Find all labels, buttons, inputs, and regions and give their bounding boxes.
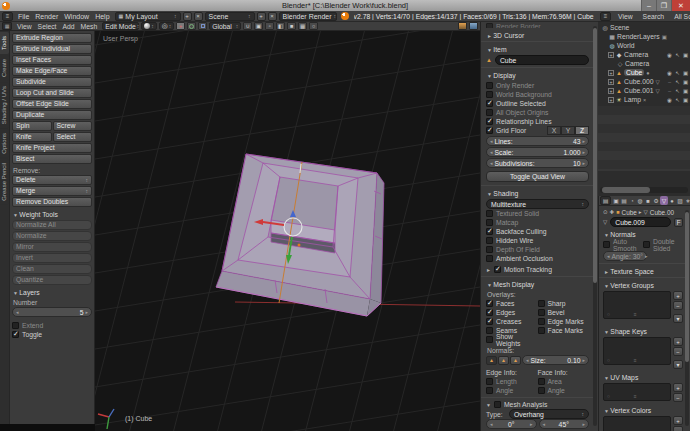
item-panel-header[interactable]: Item (487, 46, 589, 53)
outliner-row[interactable]: Cube.001 ▽ (598, 86, 690, 95)
add-item-button[interactable]: + (673, 337, 683, 346)
checkbox[interactable] (486, 378, 493, 385)
manipulator-scale-button[interactable] (198, 22, 207, 30)
delete-layout-button[interactable]: × (194, 12, 203, 21)
tool-button[interactable]: Subdivide (12, 77, 92, 87)
axis-toggle-button[interactable]: Y (561, 126, 575, 135)
display-option-row[interactable]: World Background (486, 90, 589, 99)
toggle-checkbox[interactable] (12, 331, 19, 338)
renderable-icon[interactable] (682, 97, 689, 103)
outliner-row[interactable]: RenderLayers ▣ (598, 32, 690, 41)
extend-checkbox[interactable] (12, 322, 19, 329)
shading-option-row[interactable]: Backface Culling (486, 227, 589, 236)
properties-tab[interactable]: ▽ (660, 196, 668, 205)
checkbox[interactable] (486, 228, 493, 235)
opengl-render-anim-button[interactable] (469, 22, 478, 30)
render-engine-selector[interactable]: Blender Render ↕ (279, 12, 337, 21)
checkbox[interactable] (538, 378, 545, 385)
mesh-display-panel-header[interactable]: Mesh Display (487, 281, 589, 288)
checkbox[interactable] (538, 327, 545, 334)
properties-tab[interactable]: ● (668, 196, 676, 205)
list-panel-header[interactable]: Shape Keys (604, 328, 683, 335)
slider-left-icon[interactable]: ◂ (490, 160, 493, 166)
tool-button[interactable]: Knife (12, 132, 52, 142)
toggle-quad-view-button[interactable]: Toggle Quad View (486, 171, 589, 182)
display-option-row[interactable]: Only Render (486, 81, 589, 90)
menu-item[interactable]: File (15, 13, 32, 20)
pin-icon[interactable]: ⊙ (603, 209, 608, 215)
viewport-menu-item[interactable]: Add (60, 23, 78, 30)
edge-select-mode-icon[interactable]: ◧ (276, 22, 285, 30)
viewport-3d[interactable]: User Persp (1) Cube (95, 31, 480, 431)
checkbox[interactable] (486, 318, 493, 325)
collapse-icon[interactable]: ▼ (486, 402, 491, 408)
mesh-object[interactable] (216, 154, 384, 316)
slider-right-icon[interactable]: ▸ (582, 357, 585, 363)
add-layout-button[interactable]: + (183, 12, 192, 21)
snap-magnet-icon[interactable]: ∪ (243, 22, 252, 30)
shading-mode-dropdown[interactable]: Multitexture ↕ (486, 199, 589, 209)
weight-tool-button[interactable]: Clean (12, 264, 92, 274)
list-panel-header[interactable]: Vertex Groups (604, 282, 683, 289)
checkbox[interactable] (538, 318, 545, 325)
slider-left-icon[interactable]: ◂ (607, 253, 610, 259)
double-sided-checkbox[interactable] (643, 241, 650, 248)
properties-tab[interactable]: ▨ (676, 196, 684, 205)
selectable-icon[interactable] (674, 88, 681, 94)
expand-icon[interactable] (608, 88, 614, 94)
checkbox[interactable] (538, 300, 545, 307)
analysis-min-slider[interactable]: ◂0°▸ (486, 419, 537, 429)
minimize-button[interactable]: – (641, 0, 656, 11)
axis-toggle-button[interactable]: X (547, 126, 561, 135)
fake-user-button[interactable]: F (674, 218, 683, 227)
selectable-icon[interactable] (674, 52, 681, 58)
slider-right-icon[interactable]: ▸ (645, 253, 648, 259)
hide-icon[interactable] (666, 52, 673, 58)
expand-icon[interactable] (608, 97, 614, 103)
render-border-checkbox[interactable] (486, 23, 493, 28)
grid-floor-row[interactable]: Grid Floor XYZ (486, 126, 589, 135)
object-name[interactable]: RenderLayers (617, 33, 660, 40)
checkbox[interactable] (486, 210, 493, 217)
checkbox[interactable] (486, 237, 493, 244)
list-panel-header[interactable]: UV Maps (604, 374, 683, 381)
display-panel-header[interactable]: Display (487, 72, 589, 79)
object-name[interactable]: World (617, 42, 635, 49)
properties-tab[interactable]: ■ (644, 196, 652, 205)
selectable-icon[interactable] (674, 70, 681, 76)
extend-checkbox-row[interactable]: Extend (12, 321, 92, 330)
shading-option-row[interactable]: Ambient Occlusion (486, 254, 589, 263)
mesh-name-field[interactable]: Cube.009 (610, 217, 671, 227)
motion-tracking-checkbox[interactable] (494, 266, 501, 273)
tool-button[interactable]: Offset Edge Slide (12, 99, 92, 109)
vertex-select-mode-icon[interactable]: ▫ (265, 22, 274, 30)
expand-icon[interactable] (608, 79, 614, 85)
mesh-analysis-checkbox[interactable] (494, 401, 501, 408)
tool-button[interactable]: Knife Project (12, 143, 92, 153)
tool-button[interactable]: Loop Cut and Slide (12, 88, 92, 98)
info-editor-icon[interactable]: ≡ (2, 12, 13, 21)
properties-tab[interactable]: ◍ (636, 196, 644, 205)
checkbox[interactable] (538, 309, 545, 316)
item-name-field[interactable]: Cube (495, 55, 589, 65)
checkbox[interactable] (486, 219, 493, 226)
object-name[interactable]: Scene (610, 24, 629, 31)
slider-right-icon[interactable]: ▸ (85, 309, 88, 315)
snap-target-icon[interactable]: ▣ (254, 22, 263, 30)
shading-option-row[interactable]: Matcap (486, 218, 589, 227)
vertex-per-face-normals-icon[interactable] (498, 356, 509, 365)
tool-button[interactable]: Bisect (12, 154, 92, 164)
checkbox[interactable] (538, 387, 545, 394)
checkbox[interactable] (486, 255, 493, 262)
slider-left-icon[interactable]: ◂ (490, 149, 493, 155)
render-border-row[interactable]: Render Border (486, 22, 589, 28)
weight-tools-panel-header[interactable]: Weight Tools (13, 211, 92, 218)
add-item-button[interactable]: + (673, 383, 683, 392)
tool-shelf-tab[interactable]: Create (0, 55, 9, 81)
display-option-row[interactable]: Outline Selected (486, 99, 589, 108)
orientation-selector[interactable]: Global ↕ (209, 22, 241, 30)
maximize-button[interactable]: ❐ (656, 0, 671, 11)
remove-item-button[interactable]: − (673, 393, 683, 402)
delete-scene-button[interactable]: × (268, 12, 277, 21)
display-slider[interactable]: ◂Scale:1.000▸ (486, 147, 589, 157)
